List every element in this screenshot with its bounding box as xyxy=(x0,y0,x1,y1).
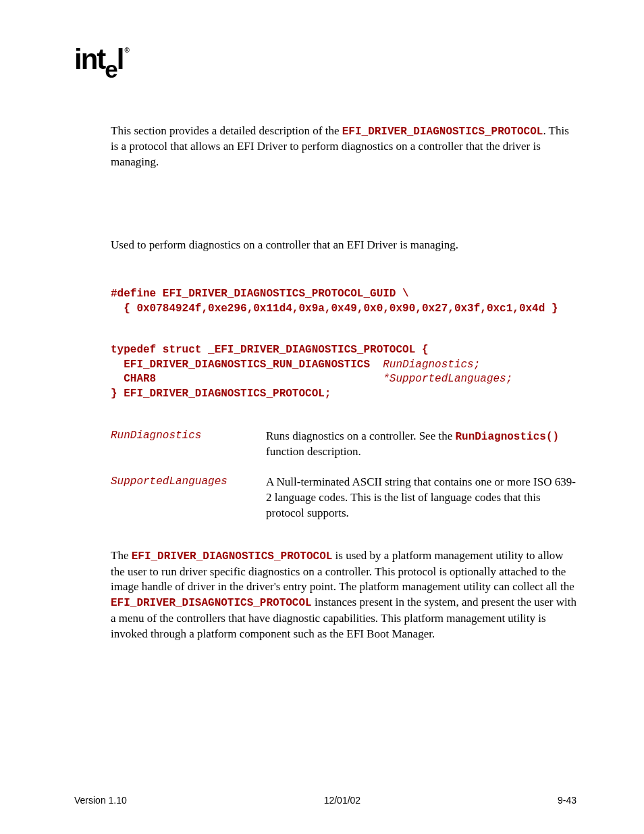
desc-code: EFI_DRIVER_DIAGNOSTICS_PROTOCOL xyxy=(132,550,333,563)
param-name: SupportedLanguages xyxy=(111,475,266,521)
code-param: RunDiagnostics; xyxy=(383,359,480,371)
footer-date: 12/01/02 xyxy=(324,794,361,807)
param-desc-text: Runs diagnostics on a controller. See th… xyxy=(266,429,455,442)
desc-code: EFI_DRIVER_DISAGNOTICS_PROTOCOL xyxy=(111,597,312,609)
footer-version: Version 1.10 xyxy=(74,794,127,807)
code-line: CHAR8 xyxy=(111,373,383,385)
intro-pre: This section provides a detailed descrip… xyxy=(111,124,342,137)
intro-code: EFI_DRIVER_DIAGNOSTICS_PROTOCOL xyxy=(342,126,543,138)
description-paragraph: The EFI_DRIVER_DIAGNOSTICS_PROTOCOL is u… xyxy=(111,548,576,642)
footer-page: 9-43 xyxy=(558,794,576,807)
param-desc: Runs diagnostics on a controller. See th… xyxy=(266,429,576,461)
param-name: RunDiagnostics xyxy=(111,429,266,461)
param-desc: A Null-terminated ASCII string that cont… xyxy=(266,475,576,521)
desc-text: The xyxy=(111,549,132,562)
guid-define: #define EFI_DRIVER_DIAGNOSTICS_PROTOCOL_… xyxy=(111,287,576,316)
param-desc-text: function description. xyxy=(266,445,361,458)
code-line: #define EFI_DRIVER_DIAGNOSTICS_PROTOCOL_… xyxy=(111,288,409,300)
parameters: RunDiagnostics Runs diagnostics on a con… xyxy=(111,429,576,521)
code-line: { 0x0784924f,0xe296,0x11d4,0x9a,0x49,0x0… xyxy=(111,303,558,315)
code-line: EFI_DRIVER_DIAGNOSTICS_RUN_DIAGNOSTICS xyxy=(111,359,383,371)
code-line: typedef struct _EFI_DRIVER_DIAGNOSTICS_P… xyxy=(111,344,428,356)
intel-logo: intel® xyxy=(74,41,576,83)
struct-def: typedef struct _EFI_DRIVER_DIAGNOSTICS_P… xyxy=(111,343,576,401)
summary-paragraph: Used to perform diagnostics on a control… xyxy=(111,238,576,253)
param-desc-text: A Null-terminated ASCII string that cont… xyxy=(266,475,576,519)
code-line: } EFI_DRIVER_DIAGNOSTICS_PROTOCOL; xyxy=(111,388,331,400)
param-desc-code: RunDiagnostics() xyxy=(455,431,559,443)
intro-paragraph: This section provides a detailed descrip… xyxy=(111,124,576,170)
param-row: RunDiagnostics Runs diagnostics on a con… xyxy=(111,429,576,461)
page-footer: Version 1.10 12/01/02 9-43 xyxy=(74,794,576,807)
code-param: *SupportedLanguages; xyxy=(383,373,512,385)
param-row: SupportedLanguages A Null-terminated ASC… xyxy=(111,475,576,521)
